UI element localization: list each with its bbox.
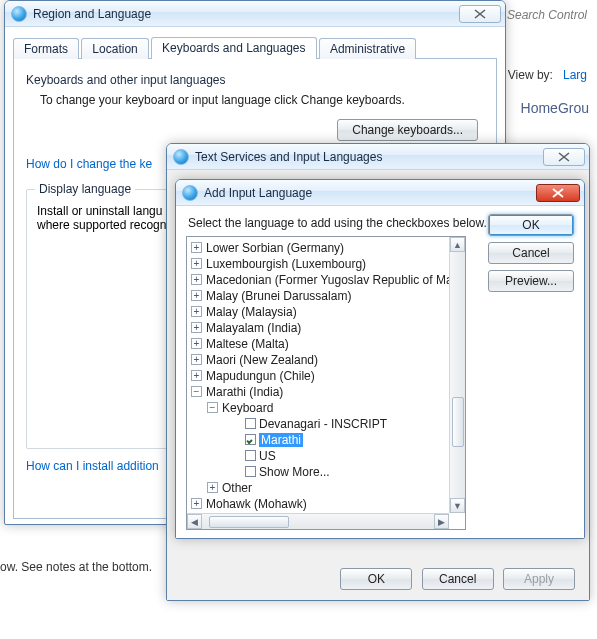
tab-keyboards-and-languages[interactable]: Keyboards and Languages bbox=[151, 37, 316, 59]
tree-item[interactable]: Luxembourgish (Luxembourg) bbox=[206, 257, 366, 271]
tab-formats[interactable]: Formats bbox=[13, 38, 79, 59]
add-input-language-titlebar: Add Input Language bbox=[176, 180, 584, 206]
tree-item-selected[interactable]: Marathi bbox=[259, 433, 303, 447]
ok-button[interactable]: OK bbox=[488, 214, 574, 236]
scroll-left-icon[interactable]: ◀ bbox=[187, 514, 202, 529]
homegroup-link[interactable]: HomeGrou bbox=[521, 100, 589, 116]
expand-icon[interactable]: + bbox=[191, 322, 202, 333]
tab-administrative[interactable]: Administrative bbox=[319, 38, 416, 59]
expand-icon[interactable]: + bbox=[191, 338, 202, 349]
background-note: ow. See notes at the bottom. bbox=[0, 560, 152, 574]
globe-icon bbox=[182, 185, 198, 201]
language-tree[interactable]: +Lower Sorbian (Germany) +Luxembourgish … bbox=[186, 236, 466, 530]
tree-item[interactable]: Malay (Malaysia) bbox=[206, 305, 297, 319]
text-services-titlebar: Text Services and Input Languages bbox=[167, 144, 589, 170]
keyboards-section-desc: To change your keyboard or input languag… bbox=[40, 93, 484, 107]
cancel-button[interactable]: Cancel bbox=[488, 242, 574, 264]
tree-item[interactable]: Malayalam (India) bbox=[206, 321, 301, 335]
help-install-additional-link[interactable]: How can I install addition bbox=[26, 459, 159, 473]
add-right-buttons: OK Cancel Preview... bbox=[488, 214, 574, 298]
preview-button[interactable]: Preview... bbox=[488, 270, 574, 292]
close-icon[interactable] bbox=[459, 5, 501, 23]
region-title: Region and Language bbox=[33, 7, 151, 21]
cancel-button[interactable]: Cancel bbox=[422, 568, 494, 590]
collapse-icon[interactable]: − bbox=[207, 402, 218, 413]
tree-item[interactable]: Mapudungun (Chile) bbox=[206, 369, 315, 383]
expand-icon[interactable]: + bbox=[191, 306, 202, 317]
ok-button[interactable]: OK bbox=[340, 568, 412, 590]
add-input-language-title: Add Input Language bbox=[204, 186, 312, 200]
globe-icon bbox=[173, 149, 189, 165]
expand-icon[interactable]: + bbox=[191, 290, 202, 301]
close-icon[interactable] bbox=[543, 148, 585, 166]
expand-icon[interactable]: + bbox=[191, 498, 202, 509]
expand-icon[interactable]: + bbox=[207, 482, 218, 493]
view-by-text: View by: bbox=[508, 68, 553, 82]
tree-item[interactable]: Devanagari - INSCRIPT bbox=[259, 417, 387, 431]
add-input-language-window: Add Input Language Select the language t… bbox=[175, 179, 585, 539]
tree-item[interactable]: Maltese (Malta) bbox=[206, 337, 289, 351]
checkbox-show-more[interactable] bbox=[245, 466, 256, 477]
display-language-legend: Display language bbox=[35, 182, 135, 196]
apply-button[interactable]: Apply bbox=[503, 568, 575, 590]
hscroll-thumb[interactable] bbox=[209, 516, 289, 528]
tree-item[interactable]: Lower Sorbian (Germany) bbox=[206, 241, 344, 255]
checkbox-marathi[interactable] bbox=[245, 434, 256, 445]
view-by-label: View by: Larg bbox=[508, 68, 587, 82]
tree-item[interactable]: Macedonian (Former Yugoslav Republic of … bbox=[206, 273, 449, 287]
expand-icon[interactable]: + bbox=[191, 258, 202, 269]
text-services-title: Text Services and Input Languages bbox=[195, 150, 382, 164]
close-icon[interactable] bbox=[536, 184, 580, 202]
tree-item-show-more[interactable]: Show More... bbox=[259, 465, 330, 479]
view-by-value[interactable]: Larg bbox=[563, 68, 587, 82]
scroll-up-icon[interactable]: ▲ bbox=[450, 237, 465, 252]
vertical-scrollbar[interactable]: ▲ ▼ bbox=[449, 237, 465, 513]
tree-item[interactable]: Mohawk (Mohawk) bbox=[206, 497, 307, 511]
tabs: Formats Location Keyboards and Languages… bbox=[13, 37, 497, 59]
tree-item[interactable]: Malay (Brunei Darussalam) bbox=[206, 289, 351, 303]
tree-item[interactable]: US bbox=[259, 449, 276, 463]
help-change-keyboard-link[interactable]: How do I change the ke bbox=[26, 157, 152, 171]
change-keyboards-button[interactable]: Change keyboards... bbox=[337, 119, 478, 141]
tree-item-other[interactable]: Other bbox=[222, 481, 252, 495]
tree-viewport: +Lower Sorbian (Germany) +Luxembourgish … bbox=[187, 237, 449, 513]
keyboards-section-header: Keyboards and other input languages bbox=[26, 73, 484, 87]
checkbox-us[interactable] bbox=[245, 450, 256, 461]
expand-icon[interactable]: + bbox=[191, 354, 202, 365]
vscroll-thumb[interactable] bbox=[452, 397, 464, 447]
tree-item-keyboard[interactable]: Keyboard bbox=[222, 401, 273, 415]
expand-icon[interactable]: + bbox=[191, 242, 202, 253]
expand-icon[interactable]: + bbox=[191, 370, 202, 381]
add-input-language-body: Select the language to add using the che… bbox=[176, 206, 584, 538]
scroll-down-icon[interactable]: ▼ bbox=[450, 498, 465, 513]
scroll-right-icon[interactable]: ▶ bbox=[434, 514, 449, 529]
region-titlebar: Region and Language bbox=[5, 1, 505, 27]
collapse-icon[interactable]: − bbox=[191, 386, 202, 397]
tree-item-marathi[interactable]: Marathi (India) bbox=[206, 385, 283, 399]
expand-icon[interactable]: + bbox=[191, 274, 202, 285]
globe-icon bbox=[11, 6, 27, 22]
tab-location[interactable]: Location bbox=[81, 38, 148, 59]
tree-item[interactable]: Maori (New Zealand) bbox=[206, 353, 318, 367]
control-panel-search-input[interactable]: Search Control Pa bbox=[507, 8, 587, 28]
horizontal-scrollbar[interactable]: ◀ ▶ bbox=[187, 513, 449, 529]
checkbox-devanagari[interactable] bbox=[245, 418, 256, 429]
